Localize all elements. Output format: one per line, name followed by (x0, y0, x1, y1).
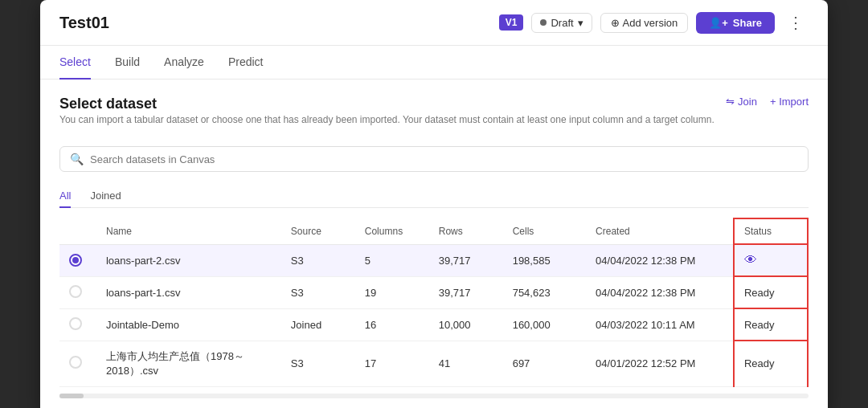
search-icon: 🔍 (70, 153, 84, 165)
row-rows: 41 (429, 341, 503, 386)
radio-button[interactable] (69, 254, 82, 267)
row-columns: 17 (355, 341, 429, 386)
col-header-created: Created (586, 218, 734, 244)
row-radio-cell (59, 341, 96, 386)
row-name: loans-part-1.csv (96, 276, 281, 308)
row-created: 04/01/2022 12:52 PM (586, 341, 734, 386)
row-created: 04/04/2022 12:38 PM (586, 244, 734, 276)
col-header-columns: Columns (355, 218, 429, 244)
sub-tab-all[interactable]: All (59, 185, 71, 208)
radio-button[interactable] (69, 356, 82, 369)
dataset-table: Name Source Columns Rows Cells Created S… (59, 218, 809, 387)
chevron-down-icon: ▾ (578, 17, 583, 29)
search-input[interactable] (90, 153, 798, 165)
table-row[interactable]: Jointable-DemoJoined1610,000160,00004/03… (59, 308, 808, 341)
horizontal-scrollbar[interactable] (59, 394, 809, 398)
tab-select[interactable]: Select (59, 46, 91, 80)
section-title-block: Select dataset You can import a tabular … (59, 96, 714, 140)
row-cells: 754,623 (503, 276, 586, 308)
table-header-row: Name Source Columns Rows Cells Created S… (59, 218, 808, 244)
row-source: Joined (281, 308, 355, 341)
row-name: Jointable-Demo (96, 308, 281, 341)
row-cells: 198,585 (503, 244, 586, 276)
row-rows: 39,717 (429, 276, 503, 308)
sub-tab-joined[interactable]: Joined (90, 185, 121, 208)
row-columns: 5 (355, 244, 429, 276)
main-tabs: Select Build Analyze Predict (40, 46, 828, 80)
share-label: Share (733, 17, 762, 29)
col-header-status: Status (734, 218, 808, 244)
section-title: Select dataset (59, 96, 714, 112)
section-actions: ⇋ Join + Import (726, 96, 809, 108)
row-radio-cell (59, 244, 96, 276)
join-label: Join (738, 96, 757, 108)
table-row[interactable]: loans-part-1.csvS31939,717754,62304/04/2… (59, 276, 808, 308)
row-created: 04/03/2022 10:11 AM (586, 308, 734, 341)
row-radio-cell (59, 276, 96, 308)
scrollbar-thumb (59, 394, 84, 398)
header-actions: V1 Draft ▾ ⊕ Add version 👤+ Share ⋮ (499, 11, 809, 34)
draft-dot-icon (540, 19, 547, 26)
join-button[interactable]: ⇋ Join (726, 96, 757, 108)
col-header-rows: Rows (429, 218, 503, 244)
section-header: Select dataset You can import a tabular … (59, 96, 809, 140)
search-box: 🔍 (59, 146, 809, 172)
main-window: Test01 V1 Draft ▾ ⊕ Add version 👤+ Share… (40, 0, 828, 408)
content-area: Select dataset You can import a tabular … (40, 80, 828, 408)
row-name: loans-part-2.csv (96, 244, 281, 276)
row-created: 04/04/2022 12:38 PM (586, 276, 734, 308)
version-badge: V1 (499, 14, 524, 31)
more-options-button[interactable]: ⋮ (783, 11, 809, 34)
row-status: Ready (734, 308, 808, 341)
row-source: S3 (281, 276, 355, 308)
row-status: 👁 (734, 244, 808, 276)
row-status: Ready (734, 341, 808, 386)
row-rows: 39,717 (429, 244, 503, 276)
header: Test01 V1 Draft ▾ ⊕ Add version 👤+ Share… (40, 0, 828, 46)
row-rows: 10,000 (429, 308, 503, 341)
join-icon: ⇋ (726, 96, 735, 108)
radio-button[interactable] (69, 317, 82, 330)
plus-icon: ⊕ (611, 17, 620, 29)
import-button[interactable]: + Import (770, 96, 809, 108)
row-status: Ready (734, 276, 808, 308)
col-header-name: Name (96, 218, 281, 244)
table-row[interactable]: loans-part-2.csvS3539,717198,58504/04/20… (59, 244, 808, 276)
row-columns: 16 (355, 308, 429, 341)
page-title: Test01 (59, 14, 499, 32)
tab-predict[interactable]: Predict (228, 46, 264, 80)
add-version-button[interactable]: ⊕ Add version (600, 13, 689, 33)
draft-button[interactable]: Draft ▾ (531, 13, 592, 33)
radio-button[interactable] (69, 285, 82, 298)
dataset-table-wrapper: Name Source Columns Rows Cells Created S… (59, 218, 809, 387)
import-label: + Import (770, 96, 809, 108)
row-columns: 19 (355, 276, 429, 308)
section-description: You can import a tabular dataset or choo… (59, 112, 714, 127)
row-cells: 697 (503, 341, 586, 386)
col-header-select (59, 218, 96, 244)
eye-icon: 👁 (744, 253, 757, 267)
row-cells: 160,000 (503, 308, 586, 341)
share-button[interactable]: 👤+ Share (696, 12, 775, 34)
table-row[interactable]: 上海市人均生产总值（1978～2018）.csvS3174169704/01/2… (59, 341, 808, 386)
tab-analyze[interactable]: Analyze (164, 46, 204, 80)
sub-tabs: All Joined (59, 185, 809, 208)
share-icon: 👤+ (709, 17, 728, 29)
row-source: S3 (281, 341, 355, 386)
col-header-cells: Cells (503, 218, 586, 244)
col-header-source: Source (281, 218, 355, 244)
row-source: S3 (281, 244, 355, 276)
draft-label: Draft (551, 17, 573, 29)
row-name: 上海市人均生产总值（1978～2018）.csv (96, 341, 281, 386)
add-version-label: Add version (623, 17, 678, 29)
tab-build[interactable]: Build (115, 46, 140, 80)
row-radio-cell (59, 308, 96, 341)
